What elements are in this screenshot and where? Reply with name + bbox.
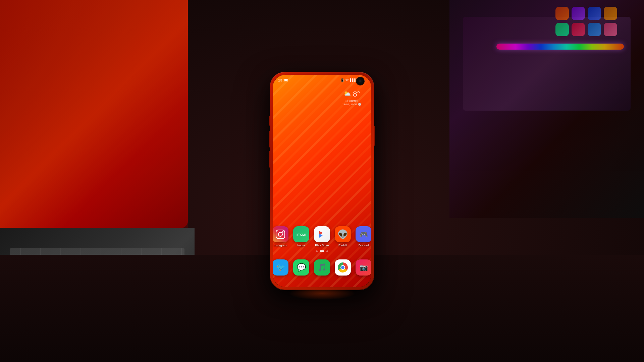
phone-screen: 13:08 📳 ▾▾ ▌▌▌ 48% ⛅ 8° St Austell xyxy=(273,75,371,287)
whatsapp-icon-inner: 💬 xyxy=(297,263,306,272)
app-spotify[interactable]: 🎵 xyxy=(314,259,330,276)
monitor-icon-8 xyxy=(604,23,617,36)
camera-icon-inner: 📷 xyxy=(360,263,368,272)
spotify-icon[interactable]: 🎵 xyxy=(314,259,330,276)
chrome-icon-inner xyxy=(338,262,348,273)
discord-icon[interactable]: 🎮 xyxy=(356,226,371,242)
bixby-button xyxy=(269,151,270,168)
app-playstore[interactable]: Play Store xyxy=(314,226,330,247)
page-dot-2 xyxy=(320,250,324,252)
app-whatsapp[interactable]: 💬 xyxy=(293,259,309,276)
right-monitor-icons xyxy=(555,7,617,36)
reddit-icon[interactable]: 👽 xyxy=(335,226,351,242)
apps-row: Instagram imgur Imgur xyxy=(273,226,371,247)
reddit-icon-inner: 👽 xyxy=(337,229,348,240)
monitor-icon-2 xyxy=(572,7,585,20)
chrome-center xyxy=(340,265,345,270)
monitor-icon-1 xyxy=(555,7,569,20)
playstore-icon[interactable] xyxy=(314,226,330,242)
app-twitter[interactable]: 🐦 xyxy=(273,259,288,276)
chrome-icon[interactable] xyxy=(335,259,351,276)
left-monitor xyxy=(0,0,188,228)
vibrate-icon: 📳 xyxy=(340,78,344,82)
phone-shadow xyxy=(288,287,356,300)
weather-location: St Austell xyxy=(342,99,361,103)
instagram-label: Instagram xyxy=(274,244,287,247)
screen-bezel: 13:08 📳 ▾▾ ▌▌▌ 48% ⛅ 8° St Austell xyxy=(273,75,371,287)
phone: 13:08 📳 ▾▾ ▌▌▌ 48% ⛅ 8° St Austell xyxy=(270,72,374,290)
app-imgur[interactable]: imgur Imgur xyxy=(293,226,309,247)
monitor-icon-4 xyxy=(604,7,617,20)
monitor-icon-6 xyxy=(572,23,585,36)
weather-temperature: ⛅ 8° xyxy=(342,90,361,99)
imgur-icon-inner: imgur xyxy=(297,232,306,236)
right-monitor xyxy=(449,0,644,218)
weather-datetime: 18/02, 10:59 🕙 xyxy=(342,103,361,106)
monitor-icon-7 xyxy=(588,23,601,36)
playstore-label: Play Store xyxy=(315,244,329,247)
imgur-label: Imgur xyxy=(297,244,305,247)
camera-icon[interactable]: 📷 xyxy=(356,259,371,276)
weather-widget: ⛅ 8° St Austell 18/02, 10:59 🕙 xyxy=(342,90,361,106)
rgb-strip xyxy=(496,44,624,50)
instagram-icon[interactable] xyxy=(273,226,288,242)
discord-icon-inner: 🎮 xyxy=(360,230,368,238)
twitter-icon-inner: 🐦 xyxy=(276,263,285,272)
signal-icon: ▌▌▌ xyxy=(350,78,357,82)
dock-row: 🐦 💬 🎵 xyxy=(273,259,371,276)
imgur-icon[interactable]: imgur xyxy=(293,226,309,242)
app-discord[interactable]: 🎮 Discord xyxy=(356,226,371,247)
volume-up-button xyxy=(269,116,270,126)
instagram-icon-inner xyxy=(276,230,285,239)
weather-icon: ⛅ xyxy=(343,90,351,97)
page-dot-3 xyxy=(326,250,328,252)
page-dot-1 xyxy=(316,250,318,252)
monitor-icon-3 xyxy=(588,7,601,20)
monitor-icon-5 xyxy=(555,23,569,36)
play-triangle-bottom xyxy=(319,234,323,238)
app-chrome[interactable] xyxy=(335,259,351,276)
app-reddit[interactable]: 👽 Reddit xyxy=(335,226,351,247)
spotify-icon-inner: 🎵 xyxy=(318,263,327,272)
volume-down-button xyxy=(269,131,270,147)
status-time: 13:08 xyxy=(278,78,288,82)
app-camera[interactable]: 📷 xyxy=(356,259,371,276)
whatsapp-icon[interactable]: 💬 xyxy=(293,259,309,276)
front-camera xyxy=(357,77,364,85)
power-button xyxy=(374,126,375,146)
page-indicators xyxy=(273,250,371,252)
wifi-icon: ▾▾ xyxy=(345,78,349,82)
reddit-label: Reddit xyxy=(338,244,347,247)
phone-shell: 13:08 📳 ▾▾ ▌▌▌ 48% ⛅ 8° St Austell xyxy=(270,72,374,290)
twitter-icon[interactable]: 🐦 xyxy=(273,259,288,276)
app-instagram[interactable]: Instagram xyxy=(273,226,288,247)
discord-label: Discord xyxy=(359,244,369,247)
playstore-icon-inner xyxy=(318,230,326,238)
